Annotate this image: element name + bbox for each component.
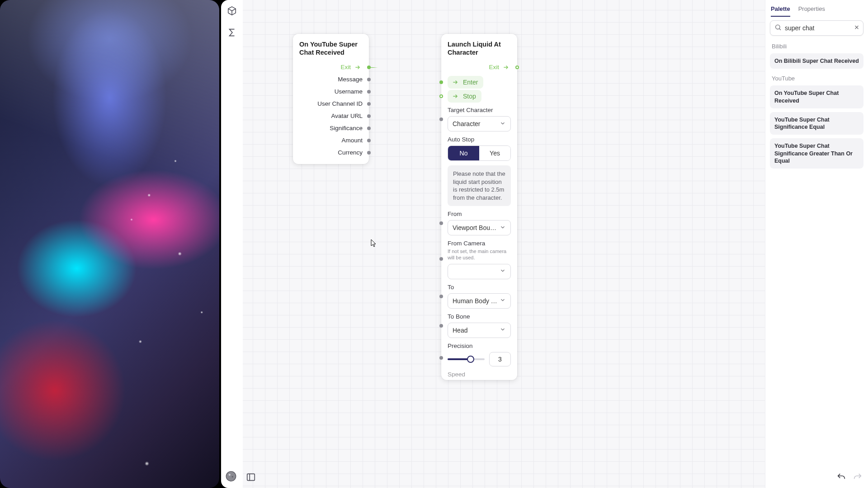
editor-toolbar [225,4,239,40]
svg-point-5 [776,25,780,29]
port-target-character[interactable] [439,117,443,121]
auto-stop-yes[interactable]: Yes [479,146,510,160]
panel-tabs: Palette Properties [765,0,868,17]
sublabel-from-camera: If not set, the main camera will be used… [448,249,511,261]
sigma-icon[interactable] [225,25,239,40]
port-to[interactable] [439,295,443,298]
port-stop[interactable]: Stop [448,90,511,102]
label-to: To [448,284,511,291]
port-user-channel-id[interactable]: User Channel ID [299,98,363,110]
label-from: From [448,211,511,217]
label-precision: Precision [448,343,511,349]
undo-button[interactable] [836,472,846,483]
segmented-auto-stop[interactable]: No Yes [448,145,511,161]
node-title: Launch Liquid At Character [448,40,511,56]
palette-item[interactable]: On Bilibili Super Chat Received [770,53,863,69]
undo-redo [836,472,863,483]
label-target-character: Target Character [448,107,511,113]
port-amount[interactable]: Amount [299,134,363,146]
port-exit[interactable]: Exit [299,61,363,73]
port-currency[interactable]: Currency [299,146,363,159]
viewport-preview[interactable] [0,0,219,488]
auto-stop-no[interactable]: No [448,146,479,160]
slider-precision[interactable] [448,355,485,364]
search-icon [774,24,782,33]
editor-bottom-tools [225,470,258,484]
label-speed: Speed [448,371,511,377]
select-target-character[interactable]: Character [448,116,511,131]
clear-search-icon[interactable] [854,24,860,32]
port-avatar-url[interactable]: Avatar URL [299,110,363,122]
svg-point-3 [232,476,233,477]
cursor-icon [371,239,376,247]
panel-toggle-icon[interactable] [244,470,258,484]
palette-ball-icon[interactable] [225,470,237,483]
port-to-bone[interactable] [439,324,443,328]
palette-group-bilibili: Bilibili [765,38,868,52]
port-precision[interactable] [439,356,443,360]
select-from[interactable]: Viewport Bound… [448,220,511,235]
palette-item[interactable]: YouTube Super Chat Significance Greater … [770,138,863,169]
svg-rect-4 [247,474,255,481]
port-enter[interactable]: Enter [448,76,511,88]
side-panel: Palette Properties Bilibili On Bilibili … [765,0,868,488]
port-from-camera[interactable] [439,257,443,261]
node-title: On YouTube Super Chat Received [299,40,363,56]
node-youtube-superchat[interactable]: On YouTube Super Chat Received Exit Mess… [293,34,369,164]
tab-properties[interactable]: Properties [798,4,825,17]
select-to-bone[interactable]: Head [448,323,511,338]
svg-point-2 [229,474,231,476]
node-launch-liquid[interactable]: Launch Liquid At Character Exit Enter [441,34,517,380]
port-exit[interactable]: Exit [448,61,511,73]
blueprint-editor: On YouTube Super Chat Received Exit Mess… [221,0,868,488]
cube-icon[interactable] [225,4,239,18]
tab-palette[interactable]: Palette [771,4,790,17]
port-username[interactable]: Username [299,85,363,98]
port-from[interactable] [439,221,443,225]
select-to[interactable]: Human Body Bo… [448,293,511,309]
search-input[interactable] [770,20,863,36]
graph-canvas[interactable]: On YouTube Super Chat Received Exit Mess… [243,0,765,488]
redo-button[interactable] [853,472,863,483]
port-significance[interactable]: Significance [299,122,363,134]
label-to-bone: To Bone [448,313,511,320]
palette-item[interactable]: YouTube Super Chat Significance Equal [770,112,863,135]
precision-value[interactable]: 3 [489,352,511,366]
hint-liquid-restriction: Please note that the liquid start positi… [448,165,511,206]
label-auto-stop: Auto Stop [448,136,511,143]
label-from-camera: From Camera [448,240,511,247]
port-message[interactable]: Message [299,73,363,85]
palette-item[interactable]: On YouTube Super Chat Received [770,85,863,108]
select-from-camera[interactable] [448,264,511,279]
palette-group-youtube: YouTube [765,70,868,84]
